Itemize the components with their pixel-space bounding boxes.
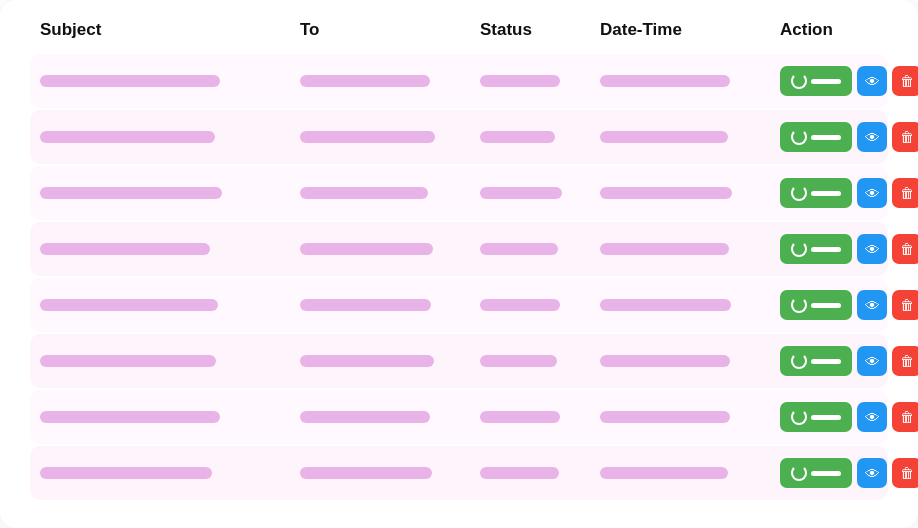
trash-icon: 🗑 bbox=[900, 241, 914, 257]
status-cell bbox=[480, 411, 600, 423]
subject-cell bbox=[40, 187, 300, 199]
eye-icon: 👁 bbox=[865, 241, 880, 258]
refresh-icon bbox=[791, 241, 807, 257]
view-button[interactable]: 👁 bbox=[857, 290, 887, 320]
subject-cell bbox=[40, 75, 300, 87]
bar-icon bbox=[811, 471, 841, 476]
refresh-icon bbox=[791, 353, 807, 369]
to-cell bbox=[300, 355, 480, 367]
action-cell: 👁 🗑 bbox=[780, 122, 918, 152]
delete-button[interactable]: 🗑 bbox=[892, 178, 918, 208]
refresh-button[interactable] bbox=[780, 346, 852, 376]
eye-icon: 👁 bbox=[865, 73, 880, 90]
col-datetime: Date-Time bbox=[600, 20, 780, 40]
status-cell bbox=[480, 299, 600, 311]
trash-icon: 🗑 bbox=[900, 73, 914, 89]
refresh-icon bbox=[791, 465, 807, 481]
refresh-button[interactable] bbox=[780, 178, 852, 208]
refresh-icon bbox=[791, 73, 807, 89]
trash-icon: 🗑 bbox=[900, 353, 914, 369]
action-cell: 👁 🗑 bbox=[780, 346, 918, 376]
refresh-icon bbox=[791, 297, 807, 313]
view-button[interactable]: 👁 bbox=[857, 122, 887, 152]
to-cell bbox=[300, 131, 480, 143]
main-container: Subject To Status Date-Time Action 👁 bbox=[0, 0, 918, 528]
eye-icon: 👁 bbox=[865, 409, 880, 426]
delete-button[interactable]: 🗑 bbox=[892, 458, 918, 488]
delete-button[interactable]: 🗑 bbox=[892, 346, 918, 376]
refresh-icon bbox=[791, 185, 807, 201]
status-cell bbox=[480, 75, 600, 87]
delete-button[interactable]: 🗑 bbox=[892, 402, 918, 432]
table-row: 👁 🗑 bbox=[30, 222, 888, 276]
to-cell bbox=[300, 243, 480, 255]
to-cell bbox=[300, 411, 480, 423]
status-cell bbox=[480, 187, 600, 199]
refresh-button[interactable] bbox=[780, 458, 852, 488]
trash-icon: 🗑 bbox=[900, 409, 914, 425]
datetime-cell bbox=[600, 243, 780, 255]
eye-icon: 👁 bbox=[865, 129, 880, 146]
datetime-cell bbox=[600, 355, 780, 367]
status-cell bbox=[480, 131, 600, 143]
table-row: 👁 🗑 bbox=[30, 278, 888, 332]
view-button[interactable]: 👁 bbox=[857, 346, 887, 376]
subject-cell bbox=[40, 243, 300, 255]
bar-icon bbox=[811, 359, 841, 364]
table-row: 👁 🗑 bbox=[30, 54, 888, 108]
refresh-button[interactable] bbox=[780, 66, 852, 96]
datetime-cell bbox=[600, 75, 780, 87]
subject-cell bbox=[40, 131, 300, 143]
subject-cell bbox=[40, 467, 300, 479]
view-button[interactable]: 👁 bbox=[857, 66, 887, 96]
view-button[interactable]: 👁 bbox=[857, 402, 887, 432]
action-cell: 👁 🗑 bbox=[780, 234, 918, 264]
view-button[interactable]: 👁 bbox=[857, 178, 887, 208]
table-row: 👁 🗑 bbox=[30, 446, 888, 500]
col-status: Status bbox=[480, 20, 600, 40]
datetime-cell bbox=[600, 467, 780, 479]
refresh-icon bbox=[791, 409, 807, 425]
status-cell bbox=[480, 243, 600, 255]
to-cell bbox=[300, 299, 480, 311]
email-table: Subject To Status Date-Time Action 👁 bbox=[30, 20, 888, 500]
col-to: To bbox=[300, 20, 480, 40]
refresh-button[interactable] bbox=[780, 290, 852, 320]
eye-icon: 👁 bbox=[865, 297, 880, 314]
status-cell bbox=[480, 467, 600, 479]
trash-icon: 🗑 bbox=[900, 185, 914, 201]
refresh-button[interactable] bbox=[780, 402, 852, 432]
table-row: 👁 🗑 bbox=[30, 334, 888, 388]
datetime-cell bbox=[600, 299, 780, 311]
eye-icon: 👁 bbox=[865, 353, 880, 370]
table-row: 👁 🗑 bbox=[30, 166, 888, 220]
view-button[interactable]: 👁 bbox=[857, 458, 887, 488]
delete-button[interactable]: 🗑 bbox=[892, 234, 918, 264]
trash-icon: 🗑 bbox=[900, 129, 914, 145]
view-button[interactable]: 👁 bbox=[857, 234, 887, 264]
eye-icon: 👁 bbox=[865, 185, 880, 202]
to-cell bbox=[300, 187, 480, 199]
table-header: Subject To Status Date-Time Action bbox=[30, 20, 888, 54]
action-cell: 👁 🗑 bbox=[780, 402, 918, 432]
trash-icon: 🗑 bbox=[900, 465, 914, 481]
bar-icon bbox=[811, 135, 841, 140]
delete-button[interactable]: 🗑 bbox=[892, 122, 918, 152]
bar-icon bbox=[811, 415, 841, 420]
col-subject: Subject bbox=[40, 20, 300, 40]
action-cell: 👁 🗑 bbox=[780, 66, 918, 96]
refresh-button[interactable] bbox=[780, 122, 852, 152]
bar-icon bbox=[811, 303, 841, 308]
to-cell bbox=[300, 75, 480, 87]
eye-icon: 👁 bbox=[865, 465, 880, 482]
bar-icon bbox=[811, 247, 841, 252]
datetime-cell bbox=[600, 411, 780, 423]
action-cell: 👁 🗑 bbox=[780, 458, 918, 488]
action-cell: 👁 🗑 bbox=[780, 178, 918, 208]
delete-button[interactable]: 🗑 bbox=[892, 290, 918, 320]
datetime-cell bbox=[600, 187, 780, 199]
bar-icon bbox=[811, 79, 841, 84]
delete-button[interactable]: 🗑 bbox=[892, 66, 918, 96]
datetime-cell bbox=[600, 131, 780, 143]
refresh-button[interactable] bbox=[780, 234, 852, 264]
